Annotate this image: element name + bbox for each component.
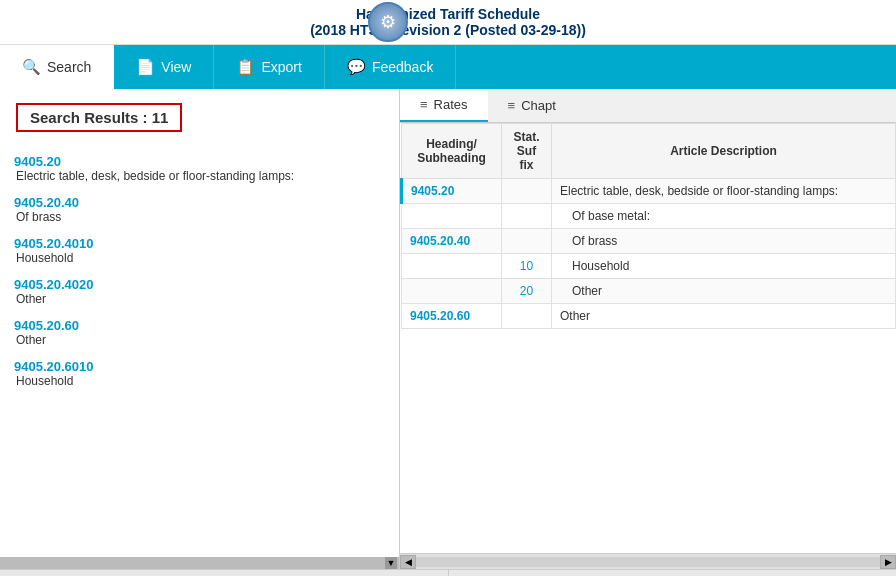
item-code: 9405.20.60 [14,318,385,333]
tab-export-label: Export [261,59,301,75]
cell-desc: Other [552,279,896,304]
right-panel: ≡ Rates ≡ Chapt Heading/Subheading Stat.… [400,89,896,569]
cell-desc: Household [552,254,896,279]
scroll-left-btn[interactable]: ◀ [400,555,416,569]
cell-desc: Of base metal: [552,204,896,229]
cell-desc: Electric table, desk, bedside or floor-s… [552,179,896,204]
bottom-tab-results[interactable]: ☰ Results [449,570,897,576]
item-code: 9405.20 [14,154,385,169]
search-icon: 🔍 [22,58,41,76]
item-code: 9405.20.4020 [14,277,385,292]
tab-feedback[interactable]: 💬 Feedback [325,45,456,89]
tab-view[interactable]: 📄 View [114,45,214,89]
item-desc: Other [14,292,385,306]
cell-suffix [502,204,552,229]
scroll-right-btn[interactable]: ▶ [880,555,896,569]
table-row[interactable]: 9405.20.40 Of brass [402,229,896,254]
cell-code: 9405.20.40 [402,229,502,254]
list-item[interactable]: 9405.20.4020 Other [0,273,399,314]
chapter-icon: ≡ [508,98,516,113]
col-header-suffix: Stat.Suffix [502,124,552,179]
tab-view-label: View [161,59,191,75]
tab-rates[interactable]: ≡ Rates [400,89,488,122]
tab-chapter[interactable]: ≡ Chapt [488,89,576,122]
item-code: 9405.20.4010 [14,236,385,251]
list-item[interactable]: 9405.20.60 Other [0,314,399,355]
item-code: 9405.20.40 [14,195,385,210]
item-desc: Household [14,251,385,265]
right-tabs: ≡ Rates ≡ Chapt [400,89,896,123]
cell-suffix [502,229,552,254]
tab-chapter-label: Chapt [521,98,556,113]
list-item[interactable]: 9405.20.40 Of brass [0,191,399,232]
tab-rates-label: Rates [434,97,468,112]
item-code: 9405.20.6010 [14,359,385,374]
cell-suffix: 10 [502,254,552,279]
tab-export[interactable]: 📋 Export [214,45,324,89]
item-desc: Of brass [14,210,385,224]
left-panel: Search Results : 11 9405.20 Electric tab… [0,89,400,569]
cell-desc: Of brass [552,229,896,254]
scroll-down-btn[interactable]: ▼ [385,557,397,569]
bottom-tab-tips[interactable]: ℹ Tips [0,570,449,576]
table-row[interactable]: 9405.20 Electric table, desk, bedside or… [402,179,896,204]
list-item[interactable]: 9405.20 Electric table, desk, bedside or… [0,150,399,191]
cell-code [402,254,502,279]
export-icon: 📋 [236,58,255,76]
cell-code: 9405.20.60 [402,304,502,329]
col-header-desc: Article Description [552,124,896,179]
table-row[interactable]: 10 Household [402,254,896,279]
cell-desc: Other [552,304,896,329]
item-desc: Other [14,333,385,347]
cell-code: 9405.20 [402,179,502,204]
item-desc: Household [14,374,385,388]
list-item[interactable]: 9405.20.6010 Household [0,355,399,396]
rates-icon: ≡ [420,97,428,112]
results-table: Heading/Subheading Stat.Suffix Article D… [400,123,896,329]
table-row[interactable]: Of base metal: [402,204,896,229]
bottom-bar: ℹ Tips ☰ Results [0,569,896,576]
cell-code [402,279,502,304]
item-desc: Electric table, desk, bedside or floor-s… [14,169,385,183]
cell-suffix [502,179,552,204]
tab-search-label: Search [47,59,91,75]
main-content: Search Results : 11 9405.20 Electric tab… [0,89,896,569]
view-icon: 📄 [136,58,155,76]
horizontal-scrollbar[interactable]: ◀ ▶ [400,553,896,569]
header-title: Harmonized Tariff Schedule (2018 HTSA Re… [10,6,886,38]
table-row[interactable]: 20 Other [402,279,896,304]
tab-feedback-label: Feedback [372,59,433,75]
tab-search[interactable]: 🔍 Search [0,45,114,89]
header: ⚙ Harmonized Tariff Schedule (2018 HTSA … [0,0,896,45]
results-table-wrapper[interactable]: Heading/Subheading Stat.Suffix Article D… [400,123,896,553]
search-results-count: Search Results : 11 [16,103,182,132]
col-header-heading: Heading/Subheading [402,124,502,179]
search-results-header: Search Results : 11 [0,89,399,146]
list-item[interactable]: 9405.20.4010 Household [0,232,399,273]
cell-suffix: 20 [502,279,552,304]
cell-suffix [502,304,552,329]
cell-code [402,204,502,229]
table-row[interactable]: 9405.20.60 Other [402,304,896,329]
left-list[interactable]: 9405.20 Electric table, desk, bedside or… [0,146,399,557]
logo-icon: ⚙ [368,2,408,42]
feedback-icon: 💬 [347,58,366,76]
navbar: 🔍 Search 📄 View 📋 Export 💬 Feedback [0,45,896,89]
